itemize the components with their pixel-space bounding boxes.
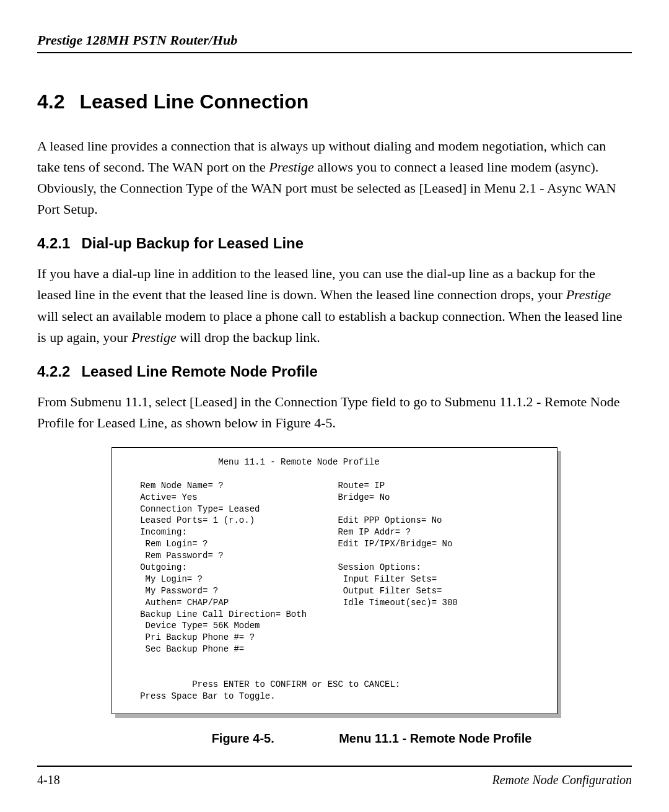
menu-line: My Login= ? Input Filter Sets= [125, 574, 437, 584]
text: will drop the backup link. [177, 330, 320, 345]
product-name: Prestige [269, 159, 314, 175]
section-title: Leased Line Connection [79, 90, 308, 113]
section-heading: 4.2 Leased Line Connection [37, 90, 632, 113]
menu-line: Active= Yes Bridge= No [125, 492, 390, 502]
chapter-name: Remote Node Configuration [492, 773, 632, 787]
running-header: Prestige 128MH PSTN Router/Hub [37, 32, 632, 53]
menu-line: Rem Node Name= ? Route= IP [125, 481, 385, 491]
menu-line: Leased Ports= 1 (r.o.) Edit PPP Options=… [125, 515, 442, 525]
page: Prestige 128MH PSTN Router/Hub 4.2 Lease… [0, 0, 669, 812]
product-name: Prestige [566, 287, 611, 302]
menu-prompt: Press ENTER to CONFIRM or ESC to CANCEL: [125, 679, 400, 689]
text: If you have a dial-up line in addition t… [37, 266, 595, 302]
subsection-heading-421: 4.2.1 Dial-up Backup for Leased Line [37, 235, 632, 252]
page-number: 4-18 [37, 773, 60, 787]
intro-paragraph: A leased line provides a connection that… [37, 136, 632, 220]
subsection-number: 4.2.2 [37, 363, 70, 380]
menu-prompt: Press Space Bar to Toggle. [125, 691, 276, 701]
figure-caption: Figure 4-5. Menu 11.1 - Remote Node Prof… [37, 731, 632, 746]
menu-line: Rem Login= ? Edit IP/IPX/Bridge= No [125, 539, 452, 549]
text: will select an available modem to place … [37, 308, 623, 345]
subsection-title: Dial-up Backup for Leased Line [81, 235, 304, 252]
section-number: 4.2 [37, 90, 64, 113]
sub2-paragraph: From Submenu 11.1, select [Leased] in th… [37, 391, 632, 434]
menu-title: Menu 11.1 - Remote Node Profile [125, 457, 380, 467]
subsection-number: 4.2.1 [37, 235, 70, 252]
menu-line: Incoming: Rem IP Addr= ? [125, 527, 411, 537]
menu-line: Sec Backup Phone #= [125, 644, 244, 654]
page-footer: 4-18 Remote Node Configuration [37, 766, 632, 787]
menu-line: Outgoing: Session Options: [125, 562, 421, 572]
subsection-heading-422: 4.2.2 Leased Line Remote Node Profile [37, 363, 632, 380]
menu-line: My Password= ? Output Filter Sets= [125, 586, 442, 596]
menu-line: Rem Password= ? [125, 551, 224, 561]
figure-label: Figure 4-5. [212, 731, 336, 746]
menu-line: Pri Backup Phone #= ? [125, 632, 255, 642]
menu-line: Device Type= 56K Modem [125, 621, 260, 631]
figure-title: Menu 11.1 - Remote Node Profile [339, 731, 531, 745]
subsection-title: Leased Line Remote Node Profile [81, 363, 317, 380]
menu-line: Authen= CHAP/PAP Idle Timeout(sec)= 300 [125, 598, 458, 608]
menu-line: Backup Line Call Direction= Both [125, 609, 307, 619]
sub1-paragraph: If you have a dial-up line in addition t… [37, 263, 632, 347]
product-name: Prestige [131, 330, 177, 345]
terminal-menu: Menu 11.1 - Remote Node Profile Rem Node… [112, 447, 558, 714]
menu-line: Connection Type= Leased [125, 504, 260, 514]
terminal-menu-figure: Menu 11.1 - Remote Node Profile Rem Node… [112, 447, 558, 714]
